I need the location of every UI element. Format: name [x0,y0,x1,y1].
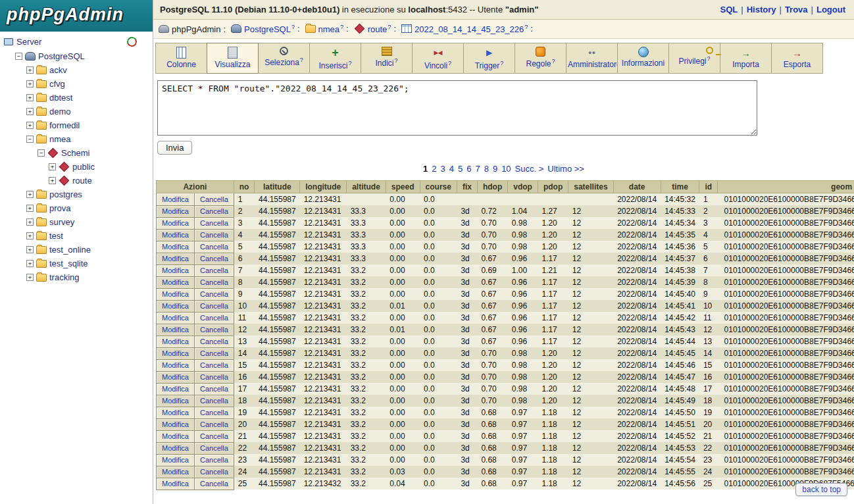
modifica-button[interactable]: Modifica [162,278,189,286]
modifica-button[interactable]: Modifica [162,385,189,393]
cancella-button[interactable]: Cancella [200,338,228,345]
cancella-button[interactable]: Cancella [200,243,228,251]
cancella-button[interactable]: Cancella [200,456,228,464]
expand-icon[interactable]: + [49,163,56,170]
tab-indici[interactable]: Indici? [361,43,413,74]
top-link-sql[interactable]: SQL [720,5,738,14]
cancella-button[interactable]: Cancella [200,255,228,263]
refresh-icon[interactable] [126,36,138,48]
tab-label[interactable]: Indici? [363,57,411,68]
cancella-button[interactable]: Cancella [200,349,228,357]
tab-colonne[interactable]: Colonne [155,43,207,74]
sidebar-item-dbtest[interactable]: +dbtest [0,91,153,105]
help-link[interactable]: ? [349,60,352,66]
modifica-button[interactable]: Modifica [162,219,189,227]
modifica-button[interactable]: Modifica [162,349,189,357]
top-link-logout[interactable]: Logout [816,5,845,14]
tab-trigger[interactable]: Trigger? [463,43,515,74]
modifica-button[interactable]: Modifica [162,231,189,239]
tree-item-label[interactable]: test [49,231,63,241]
cancella-button[interactable]: Cancella [200,432,228,440]
sidebar-item-survey[interactable]: +survey [0,215,153,229]
tab-amministratore[interactable]: Amministratore [566,43,618,74]
top-link-trova[interactable]: Trova [785,5,808,14]
breadcrumb-link-phppgadmin[interactable]: phpPgAdmin [172,24,220,34]
cancella-button[interactable]: Cancella [200,480,228,488]
modifica-button[interactable]: Modifica [162,397,189,405]
breadcrumb-link-nmea[interactable]: nmea? [318,24,344,34]
cancella-button[interactable]: Cancella [200,468,228,476]
help-link[interactable]: ? [552,58,555,64]
tab-visualizza[interactable]: Visualizza [207,43,259,74]
modifica-button[interactable]: Modifica [162,432,189,440]
modifica-button[interactable]: Modifica [162,266,189,274]
expand-icon[interactable]: + [26,108,34,115]
modifica-button[interactable]: Modifica [162,207,189,215]
expand-icon[interactable]: + [26,232,34,239]
sidebar-item-nmea[interactable]: −nmea [0,132,153,146]
modifica-button[interactable]: Modifica [162,338,189,345]
help-link[interactable]: ? [291,24,295,30]
submit-query-button[interactable]: Invia [157,141,192,155]
cancella-button[interactable]: Cancella [200,397,228,405]
back-to-top-button[interactable]: back to top [795,483,847,496]
tree-item-label[interactable]: postgres [49,189,82,199]
modifica-button[interactable]: Modifica [162,243,189,251]
modifica-button[interactable]: Modifica [162,195,189,203]
expand-icon[interactable]: + [49,177,56,184]
collapse-icon[interactable]: − [38,149,45,157]
server-label[interactable]: Server [16,37,41,47]
page-link-4[interactable]: 4 [449,164,454,174]
tree-item-label[interactable]: public [72,162,95,172]
sidebar-item-test-sqlite[interactable]: +test_sqlite [0,257,153,270]
tab-privilegi[interactable]: Privilegi? [668,43,720,74]
help-link[interactable]: ? [448,60,451,66]
tab-label[interactable]: Inserisci? [311,60,359,70]
last-page-link[interactable]: Ultimo >> [547,164,584,174]
tab-label[interactable]: Importa [722,60,770,69]
tab-label[interactable]: Esporta [773,60,821,69]
sidebar-item-formedil[interactable]: +formedil [0,118,153,132]
tab-seleziona[interactable]: Seleziona? [258,43,310,74]
sidebar-item-postgresql[interactable]: −PostgreSQL [0,49,153,63]
cancella-button[interactable]: Cancella [200,326,228,334]
breadcrumb-link-postgresql[interactable]: PostgreSQL? [244,24,295,34]
page-link-2[interactable]: 2 [432,164,436,174]
tree-item-label[interactable]: test_sqlite [49,259,88,268]
tree-item-label[interactable]: PostgreSQL [38,51,85,61]
cancella-button[interactable]: Cancella [200,266,228,274]
expand-icon[interactable]: + [26,246,34,253]
breadcrumb-link-2022-08-14-14-45-23-226[interactable]: 2022_08_14_14_45_23_226? [414,24,528,34]
tab-label[interactable]: Privilegi? [670,55,718,66]
expand-icon[interactable]: + [26,274,34,281]
collapse-icon[interactable]: − [26,136,34,143]
tree-item-label[interactable]: prova [49,203,71,213]
help-link[interactable]: ? [388,24,391,30]
sql-query-input[interactable]: SELECT * FROM "route"."2022_08_14_14_45_… [157,80,757,136]
page-link-7[interactable]: 7 [475,164,480,174]
modifica-button[interactable]: Modifica [162,480,189,488]
next-page-link[interactable]: Succ. > [515,164,544,174]
cancella-button[interactable]: Cancella [200,207,228,215]
tab-regole[interactable]: Regole? [515,43,566,74]
tab-label[interactable]: Trigger? [465,60,513,70]
tree-item-label[interactable]: demo [49,107,71,116]
tab-vincoli[interactable]: Vincoli? [412,43,464,74]
tab-label[interactable]: Amministratore [568,60,616,69]
breadcrumb-link-route[interactable]: route? [368,24,391,34]
tab-esporta[interactable]: Esporta [771,43,823,74]
expand-icon[interactable]: + [26,80,34,88]
tab-label[interactable]: Regole? [516,58,565,68]
cancella-button[interactable]: Cancella [200,314,228,322]
modifica-button[interactable]: Modifica [162,444,189,452]
tree-item-label[interactable]: ackv [49,65,67,75]
sidebar-item-tracking[interactable]: +tracking [0,270,153,284]
page-link-6[interactable]: 6 [466,164,471,174]
expand-icon[interactable]: + [26,66,34,74]
tree-item-label[interactable]: Schemi [61,148,89,158]
tab-importa[interactable]: Importa [720,43,772,74]
cancella-button[interactable]: Cancella [200,409,228,416]
page-link-8[interactable]: 8 [484,164,489,174]
help-link[interactable]: ? [524,24,528,30]
tree-item-label[interactable]: test_online [49,245,91,255]
